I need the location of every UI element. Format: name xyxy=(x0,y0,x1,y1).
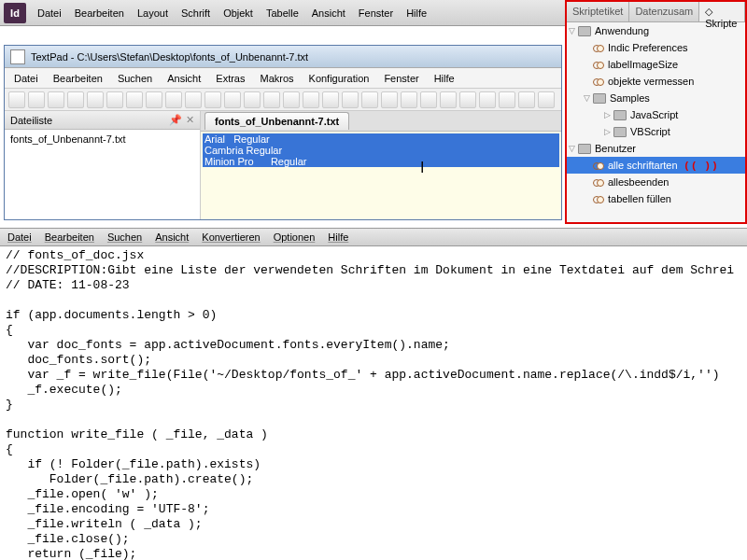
close-icon[interactable]: ✕ xyxy=(186,114,194,126)
text-cursor-icon: I xyxy=(420,160,424,176)
tp-menu-makros[interactable]: Makros xyxy=(260,73,293,84)
script-item[interactable]: Indic Preferences xyxy=(567,39,745,56)
code-menu-hilfe[interactable]: Hilfe xyxy=(328,231,348,243)
code-menu-datei[interactable]: Datei xyxy=(7,231,32,243)
tree-item-label: objekte vermessen xyxy=(608,76,694,87)
toolbar-button[interactable] xyxy=(420,91,437,108)
script-item[interactable]: objekte vermessen xyxy=(567,73,745,90)
toolbar-button[interactable] xyxy=(342,91,359,108)
toolbar-button[interactable] xyxy=(538,91,555,108)
scripts-panel: Skriptetiket Datenzusam ◇ Skripte ▽Anwen… xyxy=(565,0,747,224)
toolbar-button[interactable] xyxy=(459,91,476,108)
menu-objekt[interactable]: Objekt xyxy=(223,7,253,19)
script-item[interactable]: allesbeenden xyxy=(567,174,745,190)
toolbar-button[interactable] xyxy=(224,91,241,108)
script-icon xyxy=(593,194,604,203)
tree-item-label: Indic Preferences xyxy=(608,42,688,53)
file-list-pane: Dateiliste 📌✕ fonts_of_Unbenannt-7.txt xyxy=(5,111,201,219)
tp-menu-fenster[interactable]: Fenster xyxy=(384,73,418,84)
toolbar-button[interactable] xyxy=(518,91,535,108)
tab-skriptetiketten[interactable]: Skriptetiket xyxy=(567,2,629,21)
tree-item-label: Benutzer xyxy=(595,143,636,154)
tree-item-label: VBScript xyxy=(630,126,670,137)
code-menu-ansicht[interactable]: Ansicht xyxy=(155,231,189,243)
indesign-menu: Datei Bearbeiten Layout Schrift Objekt T… xyxy=(37,7,427,19)
editor-pane: fonts_of_Unbenannt-7.txt Arial Regular C… xyxy=(201,111,561,219)
toolbar-button[interactable] xyxy=(126,91,143,108)
toolbar-button[interactable] xyxy=(283,91,300,108)
tab-datenzusammen[interactable]: Datenzusam xyxy=(629,2,699,21)
script-icon xyxy=(593,43,604,52)
toolbar-button[interactable] xyxy=(8,91,25,108)
scripts-tree: ▽AnwendungIndic PreferenceslabelImageSiz… xyxy=(567,22,745,222)
code-menu-optionen[interactable]: Optionen xyxy=(274,231,316,243)
arrow-icon[interactable]: ▷ xyxy=(604,110,613,119)
toolbar-button[interactable] xyxy=(48,91,64,108)
toolbar-button[interactable] xyxy=(322,91,339,108)
tp-menu-datei[interactable]: Datei xyxy=(14,73,38,84)
script-item[interactable]: tabellen füllen xyxy=(567,190,745,207)
running-indicator-icon: (( )) xyxy=(685,160,721,171)
toolbar-button[interactable] xyxy=(185,91,202,108)
toolbar-button[interactable] xyxy=(204,91,221,108)
toolbar-button[interactable] xyxy=(106,91,123,108)
panel-tabs: Skriptetiket Datenzusam ◇ Skripte xyxy=(567,2,745,22)
toolbar-button[interactable] xyxy=(87,91,104,108)
menu-tabelle[interactable]: Tabelle xyxy=(266,7,299,19)
toolbar-button[interactable] xyxy=(499,91,515,108)
folder-item[interactable]: ▽Benutzer xyxy=(567,140,745,157)
tp-menu-ansicht[interactable]: Ansicht xyxy=(167,73,201,84)
menu-datei[interactable]: Datei xyxy=(37,7,62,19)
script-item[interactable]: alle schriftarten(( )) xyxy=(567,157,745,174)
menu-layout[interactable]: Layout xyxy=(137,7,168,19)
folder-item[interactable]: ▽Samples xyxy=(567,90,745,106)
textpad-titlebar: TextPad - C:\Users\Stefan\Desktop\fonts_… xyxy=(5,46,561,68)
toolbar-button[interactable] xyxy=(303,91,319,108)
toolbar-button[interactable] xyxy=(440,91,457,108)
menu-hilfe[interactable]: Hilfe xyxy=(406,7,427,19)
editor-content[interactable]: Arial Regular Cambria Regular Minion Pro… xyxy=(201,132,561,219)
menu-fenster[interactable]: Fenster xyxy=(359,7,393,19)
code-menu-suchen[interactable]: Suchen xyxy=(107,231,142,243)
tab-skripte[interactable]: ◇ Skripte xyxy=(699,2,745,21)
file-list-item[interactable]: fonts_of_Unbenannt-7.txt xyxy=(5,130,200,148)
tp-menu-suchen[interactable]: Suchen xyxy=(118,73,152,84)
tp-menu-hilfe[interactable]: Hilfe xyxy=(434,73,455,84)
arrow-icon[interactable]: ▽ xyxy=(569,26,578,35)
tree-item-label: JavaScript xyxy=(630,109,678,120)
arrow-icon[interactable]: ▽ xyxy=(584,93,593,103)
toolbar-button[interactable] xyxy=(479,91,496,108)
tp-menu-extras[interactable]: Extras xyxy=(216,73,245,84)
textpad-title: TextPad - C:\Users\Stefan\Desktop\fonts_… xyxy=(31,51,308,63)
code-menu-konvertieren[interactable]: Konvertieren xyxy=(202,231,260,243)
pin-icon[interactable]: 📌 xyxy=(169,114,182,126)
script-icon xyxy=(593,77,604,86)
folder-icon xyxy=(613,110,627,120)
folder-icon xyxy=(613,127,627,137)
tp-menu-konfiguration[interactable]: Konfiguration xyxy=(309,73,370,84)
toolbar-button[interactable] xyxy=(28,91,45,108)
folder-item[interactable]: ▷JavaScript xyxy=(567,106,745,123)
folder-item[interactable]: ▷VBScript xyxy=(567,123,745,140)
toolbar-button[interactable] xyxy=(263,91,280,108)
menu-schrift[interactable]: Schrift xyxy=(181,7,210,19)
tp-menu-bearbeiten[interactable]: Bearbeiten xyxy=(53,73,103,84)
toolbar-button[interactable] xyxy=(165,91,182,108)
code-menu-bearbeiten[interactable]: Bearbeiten xyxy=(45,231,94,243)
toolbar-button[interactable] xyxy=(401,91,417,108)
editor-tab[interactable]: fonts_of_Unbenannt-7.txt xyxy=(204,112,349,130)
script-item[interactable]: labelImageSize xyxy=(567,56,745,73)
menu-bearbeiten[interactable]: Bearbeiten xyxy=(75,7,124,19)
toolbar-button[interactable] xyxy=(67,91,84,108)
menu-ansicht[interactable]: Ansicht xyxy=(312,7,345,19)
arrow-icon[interactable]: ▽ xyxy=(569,144,578,153)
toolbar-button[interactable] xyxy=(361,91,378,108)
toolbar-button[interactable] xyxy=(381,91,398,108)
tree-item-label: Samples xyxy=(610,92,650,104)
tree-item-label: labelImageSize xyxy=(608,59,678,70)
toolbar-button[interactable] xyxy=(146,91,162,108)
toolbar-button[interactable] xyxy=(244,91,261,108)
tree-item-label: Anwendung xyxy=(595,25,649,36)
arrow-icon[interactable]: ▷ xyxy=(604,127,613,136)
code-editor[interactable]: // fonts_of_doc.jsx //DESCRIPTION:Gibt e… xyxy=(0,246,747,560)
